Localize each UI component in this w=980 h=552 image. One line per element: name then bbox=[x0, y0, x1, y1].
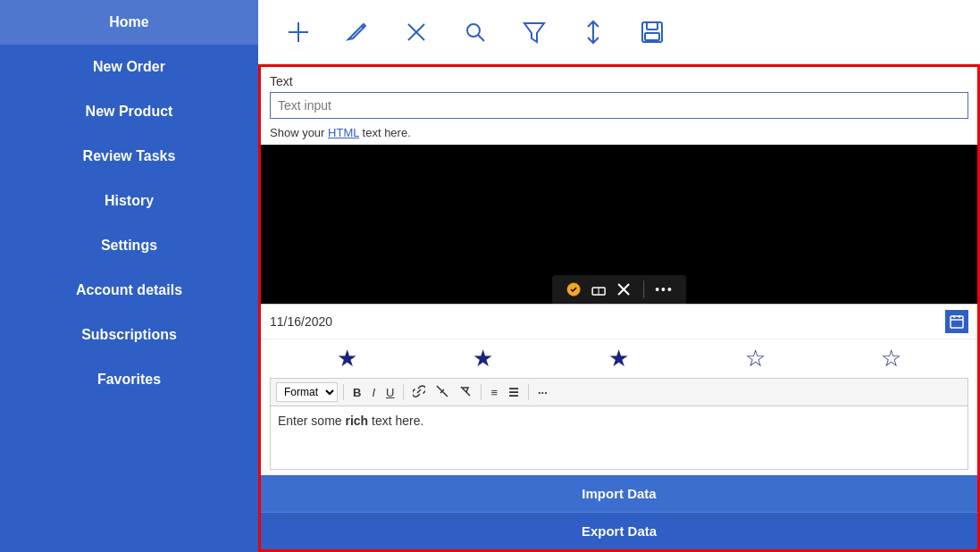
html-preview-suffix: text here. bbox=[359, 126, 411, 139]
sort-icon[interactable] bbox=[580, 19, 607, 46]
floating-toolbar: ••• bbox=[552, 275, 686, 304]
main-content: Text Show your HTML text here. bbox=[258, 0, 980, 552]
black-area: ••• bbox=[261, 145, 977, 304]
unordered-list-button[interactable]: ☰ bbox=[505, 384, 523, 401]
html-preview-prefix: Show your bbox=[270, 126, 328, 139]
export-button[interactable]: Export Data bbox=[261, 512, 977, 549]
format-select[interactable]: Format bbox=[276, 382, 338, 402]
close-icon[interactable] bbox=[615, 280, 632, 298]
svg-marker-6 bbox=[524, 23, 544, 42]
rich-body-prefix: Enter some bbox=[278, 414, 345, 428]
toolbar-sep-1 bbox=[343, 384, 344, 400]
sidebar-item-history[interactable]: History bbox=[0, 179, 258, 223]
star-1[interactable]: ★ bbox=[337, 345, 357, 372]
ordered-list-button[interactable]: ≡ bbox=[487, 384, 501, 401]
stars-row: ★★★☆☆ bbox=[261, 339, 977, 378]
rich-editor-body[interactable]: Enter some rich text here. bbox=[271, 406, 967, 469]
more-rte-button[interactable]: ··· bbox=[534, 384, 551, 401]
pen-icon[interactable] bbox=[565, 280, 582, 298]
sidebar-item-favorites[interactable]: Favorites bbox=[0, 357, 258, 402]
sidebar-item-new-product[interactable]: New Product bbox=[0, 89, 258, 134]
calendar-button[interactable] bbox=[945, 310, 968, 333]
edit-icon[interactable] bbox=[344, 19, 371, 46]
unlink-button[interactable] bbox=[432, 383, 452, 402]
sidebar-item-subscriptions[interactable]: Subscriptions bbox=[0, 313, 258, 357]
text-input[interactable] bbox=[270, 92, 968, 119]
sidebar-item-home[interactable]: Home bbox=[0, 0, 258, 45]
import-button[interactable]: Import Data bbox=[261, 475, 977, 512]
save-icon[interactable] bbox=[639, 19, 666, 46]
html-link[interactable]: HTML bbox=[328, 126, 359, 139]
search-icon[interactable] bbox=[462, 19, 489, 46]
italic-button[interactable]: I bbox=[368, 384, 379, 401]
more-options-icon[interactable]: ••• bbox=[655, 282, 674, 297]
star-2[interactable]: ★ bbox=[473, 345, 493, 372]
sidebar: HomeNew OrderNew ProductReview TasksHist… bbox=[0, 0, 258, 552]
svg-rect-10 bbox=[645, 33, 659, 40]
rich-body-suffix: text here. bbox=[368, 414, 423, 428]
rich-text-editor: Format B I U bbox=[270, 378, 968, 470]
toolbar-separator bbox=[643, 280, 644, 298]
text-label: Text bbox=[261, 67, 977, 92]
star-5[interactable]: ☆ bbox=[881, 345, 901, 372]
add-icon[interactable] bbox=[285, 19, 312, 46]
sidebar-item-account-details[interactable]: Account details bbox=[0, 268, 258, 313]
sidebar-item-settings[interactable]: Settings bbox=[0, 223, 258, 268]
svg-line-5 bbox=[478, 35, 484, 41]
rich-body-rich: rich bbox=[345, 414, 368, 428]
delete-icon[interactable] bbox=[403, 19, 430, 46]
clear-format-button[interactable] bbox=[456, 383, 475, 402]
toolbar bbox=[258, 0, 980, 64]
toolbar-sep-4 bbox=[528, 384, 529, 400]
bold-button[interactable]: B bbox=[349, 384, 364, 401]
rich-editor-toolbar: Format B I U bbox=[271, 379, 967, 406]
sidebar-item-new-order[interactable]: New Order bbox=[0, 45, 258, 89]
svg-point-4 bbox=[467, 24, 480, 37]
sidebar-item-review-tasks[interactable]: Review Tasks bbox=[0, 134, 258, 179]
text-input-row bbox=[270, 92, 968, 119]
content-wrapper: Text Show your HTML text here. bbox=[258, 64, 980, 552]
svg-rect-9 bbox=[647, 22, 658, 29]
star-4[interactable]: ☆ bbox=[745, 345, 766, 372]
toolbar-sep-3 bbox=[481, 384, 482, 400]
star-3[interactable]: ★ bbox=[608, 345, 629, 372]
eraser-icon[interactable] bbox=[590, 280, 607, 298]
toolbar-sep-2 bbox=[403, 384, 404, 400]
underline-button[interactable]: U bbox=[382, 384, 398, 401]
link-button[interactable] bbox=[409, 383, 429, 402]
date-row: 11/16/2020 bbox=[261, 304, 977, 339]
date-value: 11/16/2020 bbox=[270, 314, 945, 329]
svg-rect-16 bbox=[951, 316, 963, 328]
bottom-buttons: Import Data Export Data bbox=[261, 475, 977, 549]
filter-icon[interactable] bbox=[521, 19, 548, 46]
html-preview: Show your HTML text here. bbox=[261, 122, 977, 145]
